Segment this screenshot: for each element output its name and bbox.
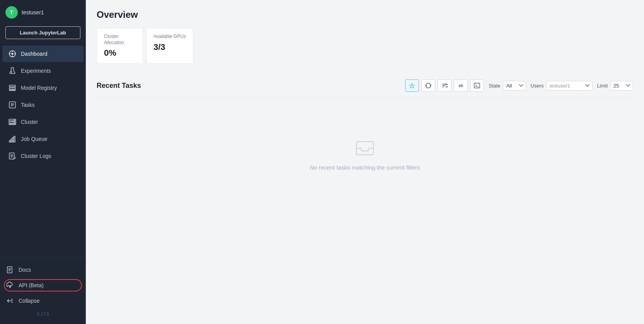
filter-sort-button[interactable]: [438, 79, 451, 92]
sidebar-item-cluster-logs[interactable]: LOG Cluster Logs: [2, 148, 83, 164]
tasks-header: Recent Tasks: [97, 79, 633, 98]
sidebar-item-cluster-logs-label: Cluster Logs: [21, 153, 51, 159]
sidebar: T testuser1 Launch JupyterLab Dashboard: [0, 0, 86, 324]
model-registry-icon: [9, 84, 16, 92]
sort-icon: [441, 82, 448, 89]
limit-select[interactable]: 25: [610, 81, 633, 91]
cluster-allocation-label: ClusterAllocation: [104, 34, 136, 46]
api-cloud-icon: [6, 281, 14, 289]
job-queue-icon: [9, 135, 16, 143]
sidebar-item-model-registry-label: Model Registry: [21, 85, 57, 91]
svg-point-18: [14, 120, 15, 120]
cluster-allocation-value: 0%: [104, 48, 136, 58]
svg-rect-20: [9, 141, 10, 142]
svg-point-7: [11, 72, 12, 72]
page-header: Overview ClusterAllocation 0% Available …: [86, 0, 644, 79]
username-label: testuser1: [22, 9, 44, 15]
state-control-group: State All: [489, 81, 526, 91]
svg-rect-42: [474, 83, 480, 88]
svg-rect-23: [14, 136, 15, 142]
svg-point-38: [411, 85, 413, 86]
svg-rect-21: [11, 139, 12, 142]
empty-state: No recent tasks matching the current fil…: [97, 104, 633, 202]
sidebar-bottom: Docs API (Beta) Collapse: [0, 257, 86, 324]
recent-tasks-title: Recent Tasks: [97, 82, 141, 90]
users-label: Users: [531, 83, 544, 89]
sidebar-item-api-beta-label: API (Beta): [19, 282, 44, 288]
svg-rect-22: [12, 137, 14, 142]
svg-rect-17: [9, 124, 16, 125]
version-text: 0.17.9: [2, 309, 83, 319]
docs-icon: [6, 266, 14, 274]
terminal-icon: [474, 82, 480, 89]
sidebar-item-tasks[interactable]: Tasks: [2, 97, 83, 113]
available-gpus-label: Available GPUs: [153, 34, 186, 40]
stats-row: ClusterAllocation 0% Available GPUs 3/3: [97, 28, 633, 64]
cluster-icon: [9, 118, 16, 126]
sidebar-item-tasks-label: Tasks: [21, 102, 35, 108]
state-select[interactable]: All: [503, 81, 526, 91]
cluster-logs-icon: LOG: [9, 152, 16, 160]
state-label: State: [489, 83, 500, 89]
empty-inbox-icon: [353, 135, 377, 158]
svg-text:LOG: LOG: [13, 156, 16, 159]
collapse-icon: [6, 297, 14, 305]
sidebar-item-experiments[interactable]: Experiments: [2, 63, 83, 79]
nav-menu: Dashboard Experiments Model Registry: [0, 45, 86, 257]
svg-rect-9: [9, 87, 15, 89]
empty-message: No recent tasks matching the current fil…: [310, 164, 420, 171]
sidebar-item-api-beta[interactable]: API (Beta): [2, 278, 83, 293]
filter-terminal-button[interactable]: [470, 79, 484, 92]
tasks-section: Recent Tasks: [86, 79, 644, 202]
jupyter-icon: [409, 82, 416, 89]
sidebar-item-dashboard[interactable]: Dashboard: [2, 46, 83, 62]
available-gpus-value: 3/3: [153, 42, 186, 52]
users-control-group: Users testuser1: [531, 81, 593, 91]
dashboard-icon: [9, 50, 16, 58]
tasks-icon: [9, 101, 16, 109]
svg-rect-8: [9, 85, 15, 87]
sidebar-item-docs[interactable]: Docs: [2, 262, 83, 278]
experiments-icon: [9, 67, 16, 75]
limit-control-group: Limit 25: [597, 81, 633, 91]
sidebar-item-job-queue-label: Job Queue: [21, 136, 48, 142]
sidebar-item-experiments-label: Experiments: [21, 68, 51, 74]
refresh-icon: [425, 82, 432, 89]
sidebar-item-dashboard-label: Dashboard: [21, 51, 48, 57]
sidebar-item-cluster[interactable]: Cluster: [2, 114, 83, 130]
avatar: T: [5, 6, 18, 19]
collapse-label: Collapse: [19, 298, 39, 304]
available-gpus-card: Available GPUs 3/3: [146, 28, 193, 64]
collapse-sidebar-button[interactable]: Collapse: [2, 293, 83, 309]
limit-label: Limit: [597, 83, 608, 89]
filter-shell-button[interactable]: sh: [454, 79, 468, 92]
filter-jupyter-button[interactable]: [405, 79, 419, 92]
page-title: Overview: [97, 9, 633, 20]
cluster-allocation-card: ClusterAllocation 0%: [97, 28, 143, 64]
sidebar-item-model-registry[interactable]: Model Registry: [2, 80, 83, 96]
svg-point-1: [12, 53, 14, 55]
tasks-controls: sh State All Users: [405, 79, 633, 92]
svg-point-19: [14, 122, 15, 123]
filter-refresh-button[interactable]: [421, 79, 435, 92]
sidebar-header: T testuser1: [0, 0, 86, 25]
sidebar-item-docs-label: Docs: [19, 267, 31, 273]
users-select[interactable]: testuser1: [546, 81, 593, 91]
sidebar-item-cluster-label: Cluster: [21, 119, 38, 125]
sidebar-item-job-queue[interactable]: Job Queue: [2, 131, 83, 147]
launch-jupyterlab-button[interactable]: Launch JupyterLab: [5, 26, 80, 39]
main-content: Overview ClusterAllocation 0% Available …: [86, 0, 644, 324]
svg-rect-10: [9, 90, 15, 91]
